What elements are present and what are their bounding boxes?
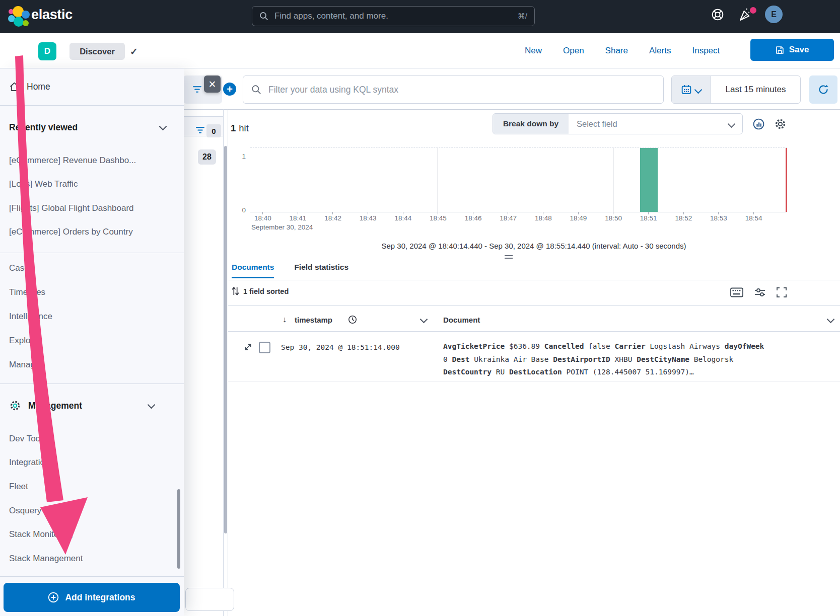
breakdown-select[interactable]: Select field [569, 114, 742, 134]
recently-viewed-link[interactable]: [Logs] Web Traffic [0, 173, 174, 197]
breakdown-control[interactable]: Break down by Select field [493, 113, 743, 134]
toolbar-link[interactable]: Alerts [649, 46, 671, 56]
close-icon: ✕ [208, 79, 217, 90]
search-icon [259, 12, 268, 21]
sidebar-nav-link[interactable]: Cases [0, 256, 174, 280]
panel-border [223, 109, 224, 616]
home-label: Home [27, 82, 50, 92]
check-icon: ✓ [130, 46, 138, 57]
global-search-input[interactable] [273, 11, 513, 22]
sidebar-nav-link[interactable]: Intelligence [0, 304, 174, 329]
sidebar-nav-link[interactable]: Stack Monitoring [0, 522, 174, 547]
bottom-input-box[interactable] [185, 588, 234, 611]
document-field: Dest Ukrainka Air Base [452, 355, 553, 363]
x-axis-date-label: September 30, 2024 [251, 223, 313, 231]
x-axis-tick-label: 18:52 [666, 214, 702, 222]
keyboard-icon[interactable] [730, 287, 743, 297]
recently-viewed-link[interactable]: [eCommerce] Revenue Dashbo... [0, 148, 174, 173]
sorted-fields-button[interactable]: 1 field sorted [232, 287, 289, 295]
sidebar-scrollbar[interactable] [177, 489, 180, 569]
sidebar-nav-link[interactable]: Explore [0, 329, 174, 353]
divider [228, 305, 840, 306]
document-field: DestCityName Belogorsk [637, 355, 733, 363]
column-header-document[interactable]: Document [443, 316, 480, 324]
column-header-timestamp[interactable]: timestamp [295, 316, 332, 324]
tab-documents[interactable]: Documents [232, 263, 274, 278]
x-axis-tick-label: 18:44 [386, 214, 421, 222]
recently-viewed-header[interactable]: Recently viewed [0, 115, 183, 139]
result-tabs: Documents Field statistics [232, 263, 348, 278]
sidebar-nav-link[interactable]: Fleet [0, 475, 174, 499]
x-axis-tick-label: 18:41 [281, 214, 316, 222]
sidebar-item-home[interactable]: Home [0, 74, 183, 99]
sidebar-nav-link[interactable]: Osquery [0, 499, 174, 523]
time-range-picker[interactable]: Last 15 minutes [671, 75, 801, 104]
add-filter-button[interactable]: + [223, 83, 236, 96]
histogram-bar[interactable] [640, 148, 658, 212]
breadcrumb[interactable]: Discover [69, 43, 125, 60]
display-options-icon[interactable] [754, 287, 765, 297]
flyout-close-button[interactable]: ✕ [204, 75, 221, 93]
notification-dot [749, 6, 757, 15]
y-axis-tick: 1 [236, 152, 246, 160]
global-search[interactable]: ⌘/ [252, 6, 535, 26]
sort-icon [232, 287, 239, 295]
grid-toolbar-icons [730, 287, 787, 297]
sidebar-nav-link[interactable]: Dev Tools [0, 427, 174, 451]
field-filter-icon[interactable] [195, 125, 205, 135]
filter-icon[interactable] [192, 85, 202, 94]
sidebar-nav-link[interactable]: Integrations [0, 451, 174, 475]
toolbar-link[interactable]: Inspect [692, 46, 720, 56]
fullscreen-icon[interactable] [777, 287, 787, 297]
chevron-down-icon[interactable] [827, 316, 835, 324]
row-checkbox[interactable] [259, 342, 270, 353]
chart-options-icon[interactable] [752, 118, 765, 130]
avatar-initial: E [771, 10, 777, 19]
recently-viewed-title: Recently viewed [9, 122, 78, 133]
search-icon [251, 85, 261, 95]
x-axis-tick-label: 18:48 [526, 214, 561, 222]
sidebar-nav-link[interactable]: Manage [0, 353, 174, 377]
breakdown-label: Break down by [493, 114, 569, 134]
document-field: DestCountry RU [443, 368, 509, 376]
divider [0, 576, 184, 577]
calendar-icon [681, 85, 691, 95]
kql-input[interactable] [267, 84, 655, 96]
toolbar-link[interactable]: Open [563, 46, 584, 56]
refresh-icon [817, 84, 829, 96]
sidebar-nav-link[interactable]: Stack Management [0, 547, 174, 571]
gear-icon[interactable] [774, 118, 787, 130]
date-picker-quick-menu[interactable] [672, 76, 711, 103]
add-integrations-button[interactable]: Add integrations [4, 583, 180, 612]
x-axis-tick-label: 18:49 [561, 214, 596, 222]
resize-handle[interactable] [505, 255, 513, 260]
sidebar-nav-link[interactable]: Timelines [0, 280, 174, 304]
recently-viewed-link[interactable]: [Flights] Global Flight Dashboard [0, 196, 174, 220]
filter-count-badge: 0 [206, 124, 221, 137]
save-button[interactable]: Save [750, 39, 834, 61]
y-axis-tick: 0 [236, 206, 246, 214]
chevron-down-icon[interactable] [420, 316, 428, 324]
recently-viewed-link[interactable]: [eCommerce] Orders by Country [0, 220, 174, 245]
time-range-value[interactable]: Last 15 minutes [711, 76, 800, 103]
kql-query-bar[interactable] [243, 75, 664, 104]
x-axis-tick-label: 18:40 [245, 214, 281, 222]
tab-field-statistics[interactable]: Field statistics [294, 263, 348, 278]
clock-icon [348, 315, 357, 324]
refresh-button[interactable] [809, 75, 837, 104]
expand-row-icon[interactable] [244, 343, 252, 351]
vertical-gridline [613, 148, 613, 212]
x-axis-tick-label: 18:50 [596, 214, 631, 222]
divider [228, 280, 840, 280]
help-lifebuoy-icon[interactable] [711, 8, 724, 21]
user-avatar[interactable]: E [765, 6, 783, 23]
toolbar-link[interactable]: Share [605, 46, 628, 56]
document-field: Cancelled false [544, 342, 615, 350]
home-icon [9, 82, 20, 92]
fields-panel-scrollbar[interactable] [224, 146, 227, 533]
management-header[interactable]: Management [0, 394, 183, 418]
toolbar-link[interactable]: New [525, 46, 542, 56]
document-field: AvgTicketPrice $636.89 [443, 342, 544, 350]
panel-border [228, 109, 228, 616]
plus-icon: + [227, 84, 233, 95]
